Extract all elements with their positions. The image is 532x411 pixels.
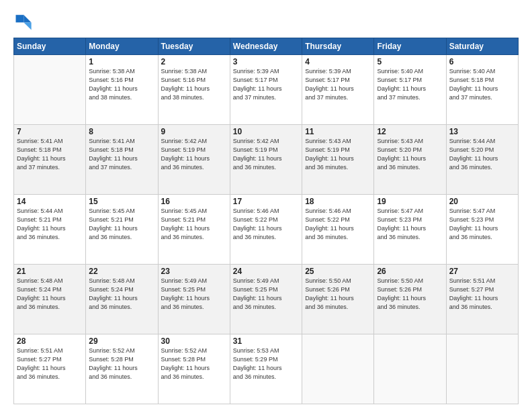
day-info: Sunrise: 5:43 AMSunset: 5:20 PMDaylight:… [377, 137, 443, 172]
day-info: Sunrise: 5:41 AMSunset: 5:18 PMDaylight:… [89, 137, 154, 172]
header [13, 12, 519, 31]
calendar-cell: 18Sunrise: 5:46 AMSunset: 5:22 PMDayligh… [302, 195, 374, 265]
day-info: Sunrise: 5:40 AMSunset: 5:17 PMDaylight:… [377, 67, 443, 102]
day-info: Sunrise: 5:42 AMSunset: 5:19 PMDaylight:… [233, 137, 299, 172]
day-info: Sunrise: 5:48 AMSunset: 5:24 PMDaylight:… [17, 277, 83, 312]
calendar-cell: 25Sunrise: 5:50 AMSunset: 5:26 PMDayligh… [302, 265, 374, 334]
day-info: Sunrise: 5:49 AMSunset: 5:25 PMDaylight:… [161, 277, 227, 312]
day-info: Sunrise: 5:53 AMSunset: 5:29 PMDaylight:… [233, 347, 299, 381]
svg-marker-0 [24, 15, 31, 22]
page: SundayMondayTuesdayWednesdayThursdayFrid… [0, 0, 532, 411]
day-info: Sunrise: 5:44 AMSunset: 5:21 PMDaylight:… [17, 207, 83, 242]
calendar-cell: 23Sunrise: 5:49 AMSunset: 5:25 PMDayligh… [158, 265, 230, 334]
day-number: 18 [305, 197, 371, 206]
day-number: 22 [89, 267, 154, 276]
calendar-cell: 20Sunrise: 5:47 AMSunset: 5:23 PMDayligh… [446, 195, 518, 265]
day-number: 24 [233, 267, 299, 276]
calendar-cell: 8Sunrise: 5:41 AMSunset: 5:18 PMDaylight… [86, 125, 158, 195]
day-info: Sunrise: 5:38 AMSunset: 5:16 PMDaylight:… [161, 67, 227, 102]
calendar-cell: 9Sunrise: 5:42 AMSunset: 5:19 PMDaylight… [158, 125, 230, 195]
calendar-table: SundayMondayTuesdayWednesdayThursdayFrid… [13, 38, 519, 404]
day-number: 25 [305, 267, 371, 276]
calendar-cell: 11Sunrise: 5:43 AMSunset: 5:19 PMDayligh… [302, 125, 374, 195]
day-number: 8 [89, 127, 154, 136]
calendar-week-row: 21Sunrise: 5:48 AMSunset: 5:24 PMDayligh… [14, 265, 519, 334]
calendar-cell [302, 334, 374, 404]
day-number: 15 [89, 197, 154, 206]
day-number: 27 [449, 267, 515, 276]
weekday-header-friday: Friday [374, 38, 446, 55]
day-info: Sunrise: 5:39 AMSunset: 5:17 PMDaylight:… [233, 67, 299, 102]
calendar-cell: 15Sunrise: 5:45 AMSunset: 5:21 PMDayligh… [86, 195, 158, 265]
day-number: 12 [377, 127, 443, 136]
day-number: 4 [305, 57, 371, 66]
day-number: 28 [17, 336, 83, 346]
day-number: 13 [449, 127, 515, 136]
svg-rect-2 [16, 15, 24, 22]
day-number: 6 [449, 57, 515, 66]
calendar-cell: 29Sunrise: 5:52 AMSunset: 5:28 PMDayligh… [86, 334, 158, 404]
day-number: 17 [233, 197, 299, 206]
calendar-week-row: 28Sunrise: 5:51 AMSunset: 5:27 PMDayligh… [14, 334, 519, 404]
calendar-cell: 6Sunrise: 5:40 AMSunset: 5:18 PMDaylight… [446, 55, 518, 125]
svg-marker-1 [24, 22, 31, 30]
calendar-cell: 17Sunrise: 5:46 AMSunset: 5:22 PMDayligh… [230, 195, 302, 265]
day-info: Sunrise: 5:51 AMSunset: 5:27 PMDaylight:… [17, 347, 83, 381]
day-number: 5 [377, 57, 443, 66]
calendar-week-row: 7Sunrise: 5:41 AMSunset: 5:18 PMDaylight… [14, 125, 519, 195]
logo [13, 12, 35, 31]
day-info: Sunrise: 5:52 AMSunset: 5:28 PMDaylight:… [161, 347, 227, 381]
weekday-row: SundayMondayTuesdayWednesdayThursdayFrid… [14, 38, 519, 55]
calendar-cell: 14Sunrise: 5:44 AMSunset: 5:21 PMDayligh… [14, 195, 86, 265]
calendar-cell: 26Sunrise: 5:50 AMSunset: 5:26 PMDayligh… [374, 265, 446, 334]
day-number: 26 [377, 267, 443, 276]
calendar-cell: 3Sunrise: 5:39 AMSunset: 5:17 PMDaylight… [230, 55, 302, 125]
calendar-cell: 5Sunrise: 5:40 AMSunset: 5:17 PMDaylight… [374, 55, 446, 125]
calendar-cell: 22Sunrise: 5:48 AMSunset: 5:24 PMDayligh… [86, 265, 158, 334]
day-info: Sunrise: 5:46 AMSunset: 5:22 PMDaylight:… [305, 207, 371, 242]
day-info: Sunrise: 5:44 AMSunset: 5:20 PMDaylight:… [449, 137, 515, 172]
calendar-header: SundayMondayTuesdayWednesdayThursdayFrid… [14, 38, 519, 55]
weekday-header-sunday: Sunday [14, 38, 86, 55]
day-number: 10 [233, 127, 299, 136]
day-info: Sunrise: 5:47 AMSunset: 5:23 PMDaylight:… [449, 207, 515, 242]
day-number: 11 [305, 127, 371, 136]
day-number: 2 [161, 57, 227, 66]
calendar-cell: 16Sunrise: 5:45 AMSunset: 5:21 PMDayligh… [158, 195, 230, 265]
calendar-cell: 2Sunrise: 5:38 AMSunset: 5:16 PMDaylight… [158, 55, 230, 125]
logo-icon [13, 12, 32, 31]
day-info: Sunrise: 5:47 AMSunset: 5:23 PMDaylight:… [377, 207, 443, 242]
calendar-cell: 24Sunrise: 5:49 AMSunset: 5:25 PMDayligh… [230, 265, 302, 334]
day-info: Sunrise: 5:50 AMSunset: 5:26 PMDaylight:… [377, 277, 443, 312]
calendar-cell: 10Sunrise: 5:42 AMSunset: 5:19 PMDayligh… [230, 125, 302, 195]
calendar-cell: 30Sunrise: 5:52 AMSunset: 5:28 PMDayligh… [158, 334, 230, 404]
calendar-cell: 7Sunrise: 5:41 AMSunset: 5:18 PMDaylight… [14, 125, 86, 195]
day-info: Sunrise: 5:48 AMSunset: 5:24 PMDaylight:… [89, 277, 154, 312]
day-number: 3 [233, 57, 299, 66]
day-info: Sunrise: 5:45 AMSunset: 5:21 PMDaylight:… [89, 207, 154, 242]
day-info: Sunrise: 5:51 AMSunset: 5:27 PMDaylight:… [449, 277, 515, 312]
day-info: Sunrise: 5:42 AMSunset: 5:19 PMDaylight:… [161, 137, 227, 172]
calendar-cell [446, 334, 518, 404]
day-info: Sunrise: 5:52 AMSunset: 5:28 PMDaylight:… [89, 347, 154, 381]
calendar-cell: 4Sunrise: 5:39 AMSunset: 5:17 PMDaylight… [302, 55, 374, 125]
day-number: 16 [161, 197, 227, 206]
weekday-header-wednesday: Wednesday [230, 38, 302, 55]
calendar-week-row: 1Sunrise: 5:38 AMSunset: 5:16 PMDaylight… [14, 55, 519, 125]
day-number: 23 [161, 267, 227, 276]
day-info: Sunrise: 5:39 AMSunset: 5:17 PMDaylight:… [305, 67, 371, 102]
day-number: 30 [161, 336, 227, 346]
calendar-cell: 1Sunrise: 5:38 AMSunset: 5:16 PMDaylight… [86, 55, 158, 125]
calendar-cell: 28Sunrise: 5:51 AMSunset: 5:27 PMDayligh… [14, 334, 86, 404]
day-info: Sunrise: 5:46 AMSunset: 5:22 PMDaylight:… [233, 207, 299, 242]
weekday-header-saturday: Saturday [446, 38, 518, 55]
calendar-cell: 31Sunrise: 5:53 AMSunset: 5:29 PMDayligh… [230, 334, 302, 404]
day-number: 9 [161, 127, 227, 136]
calendar-cell [14, 55, 86, 125]
day-info: Sunrise: 5:38 AMSunset: 5:16 PMDaylight:… [89, 67, 154, 102]
day-info: Sunrise: 5:40 AMSunset: 5:18 PMDaylight:… [449, 67, 515, 102]
day-number: 31 [233, 336, 299, 346]
calendar-cell: 13Sunrise: 5:44 AMSunset: 5:20 PMDayligh… [446, 125, 518, 195]
day-number: 19 [377, 197, 443, 206]
day-info: Sunrise: 5:43 AMSunset: 5:19 PMDaylight:… [305, 137, 371, 172]
